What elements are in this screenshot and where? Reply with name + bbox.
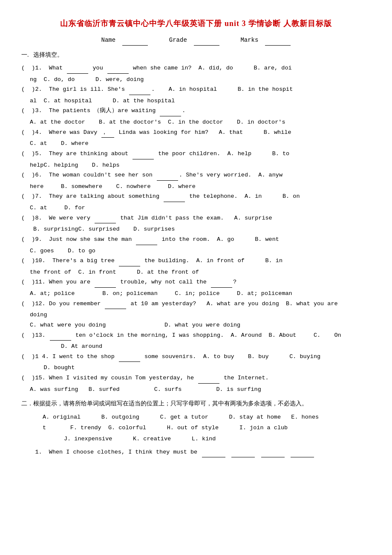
q15-options: A. was surfing B. surfed C. surfs D. is … — [21, 384, 371, 395]
q6-options: here B. somewhere C. nowhere D. where — [21, 182, 371, 192]
q15: ( )15. When I visited my cousin Tom yest… — [21, 373, 371, 384]
q8: ( )8. We were very that Jim didn't pass … — [21, 213, 371, 224]
q12-options2: C. what were you doing D. what you were … — [21, 320, 371, 330]
q3: ( )3. The patients （病人）are waiting . — [21, 106, 371, 116]
q7-options: C. at D. for — [21, 203, 371, 213]
name-label: Name — [101, 35, 116, 46]
q6: ( )6. The woman couldn't see her son . S… — [21, 170, 371, 181]
section2-options3: J. inexpensive K. creative L. kind — [21, 434, 371, 445]
section2-options2: t F. trendy G. colorful H. out of style … — [21, 422, 371, 434]
q7: ( )7. They are talking about something t… — [21, 191, 371, 202]
q3-options: A. at the doctor B. at the doctor's C. i… — [21, 117, 371, 127]
main-content: 一. 选择填空。 ( )1. What you when she came in… — [21, 50, 371, 457]
q2: ( )2. The girl is ill. She's . A. in hos… — [21, 84, 371, 95]
q13-options: D. At around — [21, 341, 371, 352]
q5: ( )5. They are thinking about the poor c… — [21, 149, 371, 159]
section2-title: 二．根据提示，请将所给单词或词组写在适当的位置上；只写字母即可，其中有两项为多余… — [21, 399, 371, 409]
q9-options: C. goes D. to go — [21, 246, 371, 256]
q12: ( )12. Do you remember at 10 am yesterda… — [21, 299, 371, 309]
grade-label: Grade — [169, 35, 187, 46]
q9: ( )9. Just now she saw the man into the … — [21, 234, 371, 245]
q11-options: A. at; police B. on; policeman C. in; po… — [21, 289, 371, 299]
q1-options: ng C. do, do D. were, doing — [21, 75, 371, 85]
q10: ( )10. There's a big tree the building. … — [21, 256, 371, 266]
q1: ( )1. What you when she came in? A. did,… — [21, 63, 371, 74]
q5-options: helpC. helping D. helps — [21, 160, 371, 171]
section2-options: A. original B. outgoing C. get a tutor D… — [21, 412, 371, 423]
q8-options: B. surprisingC. surprised D. surprises — [21, 224, 371, 234]
q10-options: the front of C. in front D. at the front… — [21, 267, 371, 278]
q4-options: C. at D. where — [21, 139, 371, 149]
marks-label: Marks — [240, 35, 258, 46]
q12-options: doing — [21, 310, 371, 320]
q14: ( )1 4. I went to the shop some souvenir… — [21, 352, 371, 362]
s2-q1: 1. When I choose clothes, I think they m… — [21, 447, 371, 458]
q13: ( )13. ten o'clock in the morning, I was… — [21, 330, 371, 341]
q11: ( )11. When you are trouble, why not cal… — [21, 277, 371, 288]
q14-options: D. bought — [21, 363, 371, 373]
name-line: Name Grade Marks — [21, 35, 371, 46]
q4: ( )4. Where was Davy ， Linda was looking… — [21, 127, 371, 138]
q2-options: al C. at hospital D. at the hospital — [21, 96, 371, 106]
section1-title: 一. 选择填空。 — [21, 50, 371, 61]
page-title: 山东省临沂市青云镇中心中学八年级英语下册 unit 3 学情诊断 人教新目标版 — [21, 17, 371, 30]
